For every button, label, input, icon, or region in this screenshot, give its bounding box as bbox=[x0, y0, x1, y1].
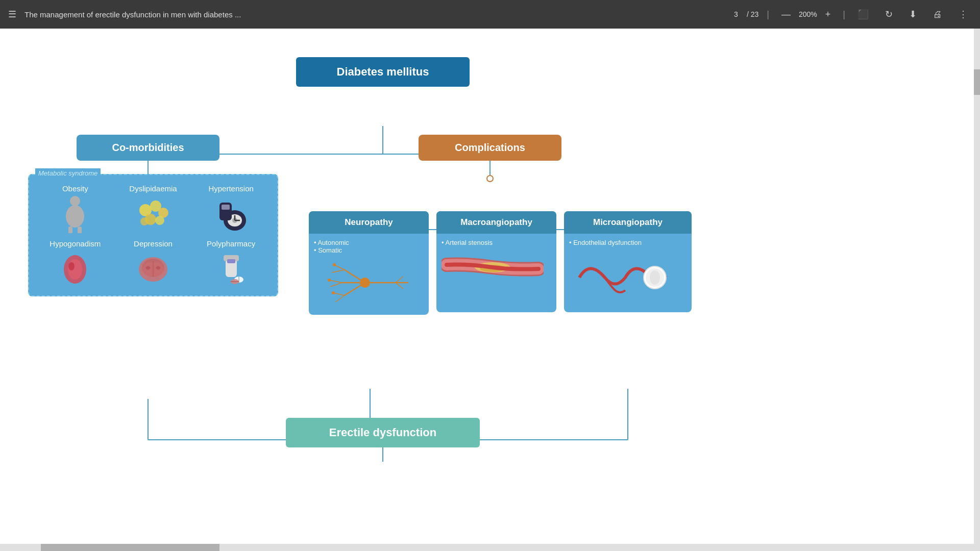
scrollbar-right[interactable] bbox=[974, 29, 980, 551]
macroangiopathy-title: Macroangiopathy bbox=[436, 211, 556, 234]
microangiopathy-title: Microangiopathy bbox=[564, 211, 692, 234]
zoom-level: 200% bbox=[799, 10, 817, 18]
hypertension-label: Hypertension bbox=[208, 184, 253, 193]
erectile-dysfunction-label: Erectile dysfunction bbox=[329, 426, 436, 439]
svg-line-50 bbox=[345, 270, 365, 283]
svg-line-58 bbox=[335, 295, 345, 302]
complications-node: Complications bbox=[419, 135, 561, 161]
depression-item: Depression bbox=[117, 239, 189, 288]
document-title: The management of erectile dysfunction i… bbox=[24, 10, 720, 19]
polypharmacy-icon bbox=[213, 250, 249, 288]
dyslipidaemia-label: Dyslipidaemia bbox=[129, 184, 177, 193]
svg-line-52 bbox=[345, 283, 365, 295]
svg-point-62 bbox=[333, 263, 336, 266]
svg-point-27 bbox=[155, 216, 164, 225]
polypharmacy-label: Polypharmacy bbox=[207, 239, 255, 248]
obesity-icon bbox=[57, 195, 93, 233]
hypogonadism-icon bbox=[57, 250, 93, 288]
topbar: ☰ The management of erectile dysfunction… bbox=[0, 0, 980, 29]
hypertension-item: Hypertension bbox=[195, 184, 267, 233]
depression-label: Depression bbox=[134, 239, 173, 248]
dyslipidaemia-icon bbox=[135, 195, 171, 233]
svg-rect-22 bbox=[78, 227, 82, 233]
rotate-button[interactable]: ↻ bbox=[881, 7, 897, 22]
separator-2: | bbox=[843, 9, 845, 20]
svg-line-54 bbox=[332, 270, 345, 272]
microangiopathy-illustration bbox=[569, 249, 676, 306]
polypharmacy-item: Polypharmacy bbox=[195, 239, 267, 288]
obesity-item: Obesity bbox=[39, 184, 111, 233]
separator-1: | bbox=[767, 9, 769, 20]
svg-rect-35 bbox=[222, 205, 230, 210]
page-pager: / 23 bbox=[728, 10, 758, 18]
neuropathy-title: Neuropathy bbox=[309, 211, 429, 234]
svg-point-38 bbox=[68, 262, 75, 270]
depression-icon bbox=[135, 250, 171, 288]
topbar-right-actions: ⬇ 🖨 ⋮ bbox=[905, 7, 972, 22]
microangiopathy-body: • Endothelial dysfunction bbox=[564, 234, 692, 312]
svg-line-56 bbox=[330, 283, 342, 287]
svg-point-15 bbox=[487, 176, 493, 182]
zoom-control: — 200% + bbox=[777, 7, 835, 22]
more-options-button[interactable]: ⋮ bbox=[954, 7, 972, 22]
print-button[interactable]: 🖨 bbox=[929, 7, 946, 22]
dyslipidaemia-item: Dyslipidaemia bbox=[117, 184, 189, 233]
svg-point-69 bbox=[650, 270, 660, 285]
download-button[interactable]: ⬇ bbox=[905, 7, 921, 22]
obesity-label: Obesity bbox=[62, 184, 88, 193]
microangiopathy-card: Microangiopathy • Endothelial dysfunctio… bbox=[564, 211, 692, 312]
zoom-out-button[interactable]: — bbox=[777, 7, 795, 22]
page-input[interactable] bbox=[728, 10, 744, 18]
metabolic-syndrome-box: Metabolic syndrome Obesity Dyslipidaemia bbox=[28, 174, 278, 296]
macroangiopathy-body: • Arterial stenosis bbox=[436, 234, 556, 312]
comorbidities-label: Co-morbidities bbox=[112, 142, 184, 153]
menu-icon[interactable]: ☰ bbox=[8, 9, 16, 20]
svg-line-57 bbox=[333, 293, 345, 295]
root-label: Diabetes mellitus bbox=[337, 65, 429, 78]
root-node: Diabetes mellitus bbox=[296, 57, 470, 87]
svg-line-53 bbox=[334, 265, 345, 270]
complications-label: Complications bbox=[455, 142, 525, 153]
zoom-in-button[interactable]: + bbox=[821, 7, 835, 22]
svg-point-63 bbox=[328, 279, 331, 282]
svg-point-64 bbox=[332, 291, 335, 294]
neuropathy-body: • Autonomic • Somatic bbox=[309, 234, 429, 315]
metabolic-syndrome-label: Metabolic syndrome bbox=[35, 168, 101, 178]
svg-line-55 bbox=[329, 280, 342, 283]
comorbidities-node: Co-morbidities bbox=[77, 135, 219, 161]
hypogonadism-label: Hypogonadism bbox=[50, 239, 101, 248]
svg-line-60 bbox=[396, 277, 403, 283]
neuropathy-card: Neuropathy • Autonomic • Somatic bbox=[309, 211, 429, 315]
svg-rect-21 bbox=[68, 227, 72, 233]
hypertension-icon bbox=[213, 195, 249, 233]
page-separator: / 23 bbox=[747, 10, 758, 18]
svg-rect-44 bbox=[227, 259, 235, 263]
scrollbar-bottom[interactable] bbox=[0, 544, 974, 551]
svg-point-19 bbox=[70, 196, 80, 206]
macroangiopathy-illustration bbox=[442, 249, 544, 306]
erectile-dysfunction-node: Erectile dysfunction bbox=[286, 418, 480, 447]
svg-line-61 bbox=[396, 283, 403, 289]
fit-page-button[interactable]: ⬛ bbox=[853, 7, 873, 22]
main-content: Diabetes mellitus Co-morbidities Complic… bbox=[0, 29, 980, 551]
svg-point-28 bbox=[140, 217, 149, 226]
scrollbar-thumb[interactable] bbox=[974, 69, 980, 95]
hypogonadism-item: Hypogonadism bbox=[39, 239, 111, 288]
scrollbar-bottom-thumb[interactable] bbox=[41, 544, 219, 551]
svg-point-20 bbox=[66, 205, 84, 228]
macroangiopathy-card: Macroangiopathy • Arterial stenosis bbox=[436, 211, 556, 312]
neuropathy-illustration bbox=[314, 257, 416, 308]
